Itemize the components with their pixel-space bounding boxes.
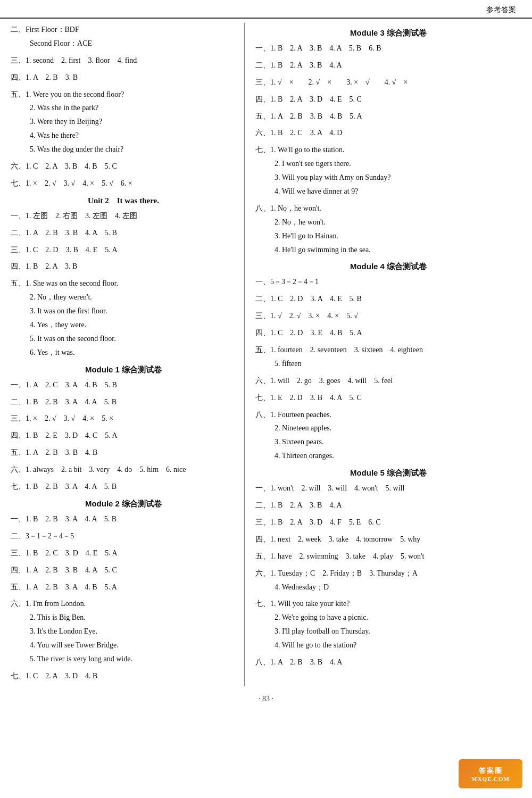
m2-section-4: 四、1. A 2. B 3. B 4. A 5. C [11,563,236,577]
module5-title: Module 5 综合测试卷 [255,468,521,478]
u2-section-4: 四、1. B 2. A 3. B [11,260,236,273]
rm5-section-7: 七、1. Will you take your kite? 2. We're g… [255,597,521,652]
rm4-s2: 二、1. C 2. D 3. A 4. E 5. B [255,292,521,306]
rm4-section-1: 一、5－3－2－4－1 [255,275,521,289]
m2-s6-l3: 3. It's the London Eye. [30,625,236,638]
rm4-s5b: 5. fifteen [275,357,521,371]
m1-s7: 七、1. B 2. B 3. A 4. A 5. B [11,480,236,494]
left-section-5: 六、1. C 2. A 3. B 4. B 5. C [11,160,236,173]
m2-s3: 三、1. B 2. C 3. D 4. E 5. A [11,546,236,560]
rm3-section-1: 一、1. B 2. A 3. B 4. A 5. B 6. B [255,41,521,55]
u2-section-3: 三、1. C 2. D 3. B 4. E 5. A [11,243,236,257]
rm3-s7-l1: 七、1. We'll go to the station. [255,143,521,157]
rm4-section-8: 八、1. Fourteen peaches. 2. Nineteen apple… [255,408,521,463]
left-s4-l5: 5. Was the dog under the chair? [30,143,236,156]
m2-section-1: 一、1. B 2. B 3. A 4. A 5. B [11,512,236,526]
rm4-section-4: 四、1. C 2. D 3. E 4. B 5. A [255,326,521,340]
m2-s6-l2: 2. This is Big Ben. [30,611,236,625]
page-footer: · 83 · [0,695,532,703]
u2-s5-l4: 4. Yes，they were. [30,318,236,332]
module4-title: Module 4 综合测试卷 [255,262,521,272]
m2-s2: 二、3－1－2－4－5 [11,529,236,543]
rm3-s4: 四、1. B 2. A 3. D 4. E 5. C [255,93,521,106]
m1-section-7: 七、1. B 2. B 3. A 4. A 5. B [11,480,236,494]
u2-section-5: 五、1. She was on the second floor. 2. No，… [11,277,236,359]
left-s6: 七、1. × 2. √ 3. √ 4. × 5. √ 6. × [11,177,236,190]
rm3-s8-l1: 八、1. No，he won't. [255,202,521,215]
watermark-line2: MXQE.COM [471,776,510,782]
rm3-section-6: 六、1. B 2. C 3. A 4. D [255,126,521,140]
rm4-section-3: 三、1. √ 2. √ 3. × 4. × 5. √ [255,309,521,323]
rm5-section-4: 四、1. next 2. week 3. take 4. tomorrow 5.… [255,533,521,546]
module3-title: Module 3 综合测试卷 [255,28,521,38]
rm3-section-5: 五、1. A 2. B 3. B 4. B 5. A [255,110,521,123]
module1-title: Module 1 综合测试卷 [11,365,236,375]
rm3-s8-l2: 2. No，he won't. [275,215,521,229]
rm4-section-2: 二、1. C 2. D 3. A 4. E 5. B [255,292,521,306]
rm5-s7-l4: 4. Will he go to the station? [275,638,521,652]
left-section-4: 五、1. Were you on the second floor? 2. Wa… [11,88,236,156]
m2-section-5: 五、1. A 2. B 3. A 4. B 5. A [11,580,236,594]
rm5-s7-l1: 七、1. Will you take your kite? [255,597,521,611]
rm5-section-6: 六、1. Tuesday；C 2. Friday；B 3. Thursday；A… [255,567,521,594]
left-s4-l2: 2. Was she in the park? [30,101,236,115]
m2-section-3: 三、1. B 2. C 3. D 4. E 5. A [11,546,236,560]
rm3-s6: 六、1. B 2. C 3. A 4. D [255,126,521,140]
rm3-s1: 一、1. B 2. A 3. B 4. A 5. B 6. B [255,41,521,55]
m2-s6-l1: 六、1. I'm from London. [11,597,236,611]
rm4-s5: 五、1. fourteen 2. seventeen 3. sixteen 4.… [255,343,521,357]
rm5-s1: 一、1. won't 2. will 3. will 4. won't 5. w… [255,481,521,495]
m2-section-2: 二、3－1－2－4－5 [11,529,236,543]
rm4-s3: 三、1. √ 2. √ 3. × 4. × 5. √ [255,309,521,323]
rm4-s8-l2: 2. Nineteen apples. [275,421,521,435]
rm4-s4: 四、1. C 2. D 3. E 4. B 5. A [255,326,521,340]
rm4-s1: 一、5－3－2－4－1 [255,275,521,289]
rm5-section-1: 一、1. won't 2. will 3. will 4. won't 5. w… [255,481,521,495]
left-s4-l3: 3. Were they in Beijing? [30,115,236,129]
m1-s4: 四、1. B 2. E 3. D 4. C 5. A [11,429,236,443]
u2-s3: 三、1. C 2. D 3. B 4. E 5. A [11,243,236,257]
rm5-s4: 四、1. next 2. week 3. take 4. tomorrow 5.… [255,533,521,546]
rm5-s6-l2: 4. Wednesday；D [275,580,521,594]
rm5-s5: 五、1. have 2. swimming 3. take 4. play 5.… [255,550,521,563]
m1-section-3: 三、1. × 2. √ 3. √ 4. × 5. × [11,412,236,426]
rm5-s3: 三、1. B 2. A 3. D 4. F 5. E 6. C [255,516,521,529]
rm3-section-3: 三、1. √ × 2. √ × 3. × √ 4. √ × [255,76,521,89]
rm4-section-7: 七、1. E 2. D 3. B 4. A 5. C [255,391,521,405]
m1-section-6: 六、1. always 2. a bit 3. very 4. do 5. hi… [11,463,236,477]
m2-s7: 七、1. C 2. A 3. D 4. B [11,669,236,683]
rm3-s2: 二、1. B 2. A 3. B 4. A [255,59,521,72]
m2-s5: 五、1. A 2. B 3. A 4. B 5. A [11,580,236,594]
rm4-section-5: 五、1. fourteen 2. seventeen 3. sixteen 4.… [255,343,521,371]
u2-s1: 一、1. 左图 2. 右图 3. 左图 4. 左图 [11,209,236,223]
unit2-title: Unit 2 It was there. [11,196,236,206]
rm4-s7: 七、1. E 2. D 3. B 4. A 5. C [255,391,521,405]
m2-s6-l4: 4. You will see Tower Bridge. [30,638,236,652]
rm3-s5: 五、1. A 2. B 3. B 4. B 5. A [255,110,521,123]
m1-section-4: 四、1. B 2. E 3. D 4. C 5. A [11,429,236,443]
rm4-s8-l4: 4. Thirteen oranges. [275,449,521,463]
page-header: 参考答案 [0,0,532,19]
rm5-s7-l2: 2. We're going to have a picnic. [275,611,521,625]
right-column: Module 3 综合测试卷 一、1. B 2. A 3. B 4. A 5. … [245,23,521,686]
m2-section-6: 六、1. I'm from London. 2. This is Big Ben… [11,597,236,666]
u2-s5-l6: 6. Yes，it was. [30,346,236,360]
header-title: 参考答案 [486,6,516,14]
left-section-2: 三、1. second 2. first 3. floor 4. find [11,54,236,68]
left-s5: 六、1. C 2. A 3. B 4. B 5. C [11,160,236,173]
rm3-s8-l4: 4. He'll go swimming in the sea. [275,243,521,257]
rm3-s7-l2: 2. I won't see tigers there. [275,157,521,171]
u2-s5-l2: 2. No，they weren't. [30,290,236,304]
left-s4-l4: 4. Was he there? [30,129,236,143]
m1-section-2: 二、1. B 2. B 3. A 4. A 5. B [11,395,236,409]
m2-section-7: 七、1. C 2. A 3. D 4. B [11,669,236,683]
page-number: · 83 · [259,695,273,703]
rm4-s8-l3: 3. Sixteen pears. [275,435,521,449]
rm3-section-4: 四、1. B 2. A 3. D 4. E 5. C [255,93,521,106]
u2-s5-l1: 五、1. She was on the second floor. [11,277,236,290]
u2-s4: 四、1. B 2. A 3. B [11,260,236,273]
rm5-section-3: 三、1. B 2. A 3. D 4. F 5. E 6. C [255,516,521,529]
left-section-1: 二、First Floor：BDF Second Floor：ACE [11,23,236,51]
rm3-s8-l3: 3. He'll go to Hainan. [275,229,521,243]
rm3-section-8: 八、1. No，he won't. 2. No，he won't. 3. He'… [255,202,521,257]
